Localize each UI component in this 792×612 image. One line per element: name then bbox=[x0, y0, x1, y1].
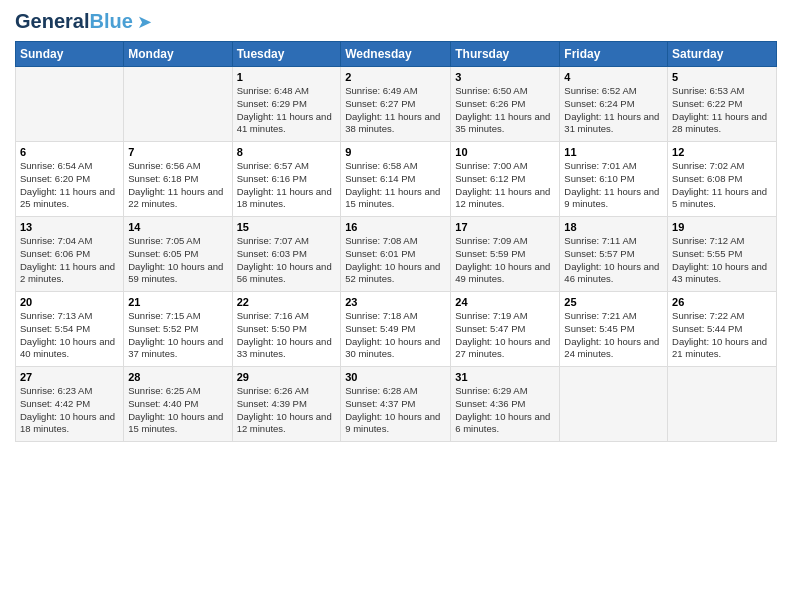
calendar-week-row: 1Sunrise: 6:48 AM Sunset: 6:29 PM Daylig… bbox=[16, 67, 777, 142]
day-number: 4 bbox=[564, 71, 663, 83]
calendar-day-cell: 29Sunrise: 6:26 AM Sunset: 4:39 PM Dayli… bbox=[232, 367, 341, 442]
logo-text: GeneralBlue bbox=[15, 10, 133, 33]
calendar-day-cell: 3Sunrise: 6:50 AM Sunset: 6:26 PM Daylig… bbox=[451, 67, 560, 142]
day-info: Sunrise: 7:22 AM Sunset: 5:44 PM Dayligh… bbox=[672, 310, 772, 361]
calendar-day-cell: 5Sunrise: 6:53 AM Sunset: 6:22 PM Daylig… bbox=[668, 67, 777, 142]
page: GeneralBlue ➤ SundayMondayTuesdayWednesd… bbox=[0, 0, 792, 452]
day-info: Sunrise: 6:54 AM Sunset: 6:20 PM Dayligh… bbox=[20, 160, 119, 211]
day-number: 17 bbox=[455, 221, 555, 233]
day-number: 6 bbox=[20, 146, 119, 158]
day-info: Sunrise: 6:52 AM Sunset: 6:24 PM Dayligh… bbox=[564, 85, 663, 136]
day-info: Sunrise: 6:50 AM Sunset: 6:26 PM Dayligh… bbox=[455, 85, 555, 136]
calendar-day-cell bbox=[124, 67, 232, 142]
day-of-week-header: Saturday bbox=[668, 42, 777, 67]
day-number: 15 bbox=[237, 221, 337, 233]
day-info: Sunrise: 7:16 AM Sunset: 5:50 PM Dayligh… bbox=[237, 310, 337, 361]
calendar-day-cell: 28Sunrise: 6:25 AM Sunset: 4:40 PM Dayli… bbox=[124, 367, 232, 442]
day-info: Sunrise: 6:49 AM Sunset: 6:27 PM Dayligh… bbox=[345, 85, 446, 136]
day-number: 1 bbox=[237, 71, 337, 83]
day-info: Sunrise: 6:53 AM Sunset: 6:22 PM Dayligh… bbox=[672, 85, 772, 136]
day-info: Sunrise: 7:18 AM Sunset: 5:49 PM Dayligh… bbox=[345, 310, 446, 361]
calendar-day-cell: 25Sunrise: 7:21 AM Sunset: 5:45 PM Dayli… bbox=[560, 292, 668, 367]
calendar-day-cell: 23Sunrise: 7:18 AM Sunset: 5:49 PM Dayli… bbox=[341, 292, 451, 367]
day-info: Sunrise: 7:01 AM Sunset: 6:10 PM Dayligh… bbox=[564, 160, 663, 211]
day-info: Sunrise: 7:08 AM Sunset: 6:01 PM Dayligh… bbox=[345, 235, 446, 286]
calendar-day-cell: 17Sunrise: 7:09 AM Sunset: 5:59 PM Dayli… bbox=[451, 217, 560, 292]
day-info: Sunrise: 7:12 AM Sunset: 5:55 PM Dayligh… bbox=[672, 235, 772, 286]
day-number: 21 bbox=[128, 296, 227, 308]
day-info: Sunrise: 7:05 AM Sunset: 6:05 PM Dayligh… bbox=[128, 235, 227, 286]
day-number: 2 bbox=[345, 71, 446, 83]
calendar-day-cell: 27Sunrise: 6:23 AM Sunset: 4:42 PM Dayli… bbox=[16, 367, 124, 442]
calendar-day-cell: 8Sunrise: 6:57 AM Sunset: 6:16 PM Daylig… bbox=[232, 142, 341, 217]
day-number: 19 bbox=[672, 221, 772, 233]
day-info: Sunrise: 7:11 AM Sunset: 5:57 PM Dayligh… bbox=[564, 235, 663, 286]
calendar-week-row: 6Sunrise: 6:54 AM Sunset: 6:20 PM Daylig… bbox=[16, 142, 777, 217]
day-number: 3 bbox=[455, 71, 555, 83]
day-number: 9 bbox=[345, 146, 446, 158]
day-number: 23 bbox=[345, 296, 446, 308]
calendar-day-cell: 7Sunrise: 6:56 AM Sunset: 6:18 PM Daylig… bbox=[124, 142, 232, 217]
day-info: Sunrise: 7:19 AM Sunset: 5:47 PM Dayligh… bbox=[455, 310, 555, 361]
calendar-day-cell bbox=[16, 67, 124, 142]
calendar-header-row: SundayMondayTuesdayWednesdayThursdayFrid… bbox=[16, 42, 777, 67]
day-info: Sunrise: 7:09 AM Sunset: 5:59 PM Dayligh… bbox=[455, 235, 555, 286]
day-info: Sunrise: 6:29 AM Sunset: 4:36 PM Dayligh… bbox=[455, 385, 555, 436]
day-of-week-header: Wednesday bbox=[341, 42, 451, 67]
day-info: Sunrise: 6:57 AM Sunset: 6:16 PM Dayligh… bbox=[237, 160, 337, 211]
day-of-week-header: Friday bbox=[560, 42, 668, 67]
day-of-week-header: Sunday bbox=[16, 42, 124, 67]
calendar-day-cell: 15Sunrise: 7:07 AM Sunset: 6:03 PM Dayli… bbox=[232, 217, 341, 292]
calendar-day-cell: 19Sunrise: 7:12 AM Sunset: 5:55 PM Dayli… bbox=[668, 217, 777, 292]
day-info: Sunrise: 7:21 AM Sunset: 5:45 PM Dayligh… bbox=[564, 310, 663, 361]
day-number: 26 bbox=[672, 296, 772, 308]
day-number: 29 bbox=[237, 371, 337, 383]
day-info: Sunrise: 6:28 AM Sunset: 4:37 PM Dayligh… bbox=[345, 385, 446, 436]
day-info: Sunrise: 7:13 AM Sunset: 5:54 PM Dayligh… bbox=[20, 310, 119, 361]
day-info: Sunrise: 6:23 AM Sunset: 4:42 PM Dayligh… bbox=[20, 385, 119, 436]
calendar-day-cell: 30Sunrise: 6:28 AM Sunset: 4:37 PM Dayli… bbox=[341, 367, 451, 442]
day-number: 16 bbox=[345, 221, 446, 233]
day-info: Sunrise: 6:25 AM Sunset: 4:40 PM Dayligh… bbox=[128, 385, 227, 436]
calendar-day-cell: 11Sunrise: 7:01 AM Sunset: 6:10 PM Dayli… bbox=[560, 142, 668, 217]
day-number: 24 bbox=[455, 296, 555, 308]
calendar-day-cell: 16Sunrise: 7:08 AM Sunset: 6:01 PM Dayli… bbox=[341, 217, 451, 292]
calendar-day-cell: 20Sunrise: 7:13 AM Sunset: 5:54 PM Dayli… bbox=[16, 292, 124, 367]
day-info: Sunrise: 7:15 AM Sunset: 5:52 PM Dayligh… bbox=[128, 310, 227, 361]
calendar-week-row: 20Sunrise: 7:13 AM Sunset: 5:54 PM Dayli… bbox=[16, 292, 777, 367]
calendar-day-cell: 14Sunrise: 7:05 AM Sunset: 6:05 PM Dayli… bbox=[124, 217, 232, 292]
calendar-day-cell: 6Sunrise: 6:54 AM Sunset: 6:20 PM Daylig… bbox=[16, 142, 124, 217]
day-info: Sunrise: 6:56 AM Sunset: 6:18 PM Dayligh… bbox=[128, 160, 227, 211]
calendar-day-cell: 31Sunrise: 6:29 AM Sunset: 4:36 PM Dayli… bbox=[451, 367, 560, 442]
day-info: Sunrise: 7:07 AM Sunset: 6:03 PM Dayligh… bbox=[237, 235, 337, 286]
logo: GeneralBlue ➤ bbox=[15, 10, 152, 33]
day-of-week-header: Tuesday bbox=[232, 42, 341, 67]
day-of-week-header: Monday bbox=[124, 42, 232, 67]
day-number: 28 bbox=[128, 371, 227, 383]
day-info: Sunrise: 7:04 AM Sunset: 6:06 PM Dayligh… bbox=[20, 235, 119, 286]
day-number: 7 bbox=[128, 146, 227, 158]
day-info: Sunrise: 6:26 AM Sunset: 4:39 PM Dayligh… bbox=[237, 385, 337, 436]
calendar-day-cell: 26Sunrise: 7:22 AM Sunset: 5:44 PM Dayli… bbox=[668, 292, 777, 367]
calendar-day-cell: 1Sunrise: 6:48 AM Sunset: 6:29 PM Daylig… bbox=[232, 67, 341, 142]
day-number: 12 bbox=[672, 146, 772, 158]
day-number: 18 bbox=[564, 221, 663, 233]
day-of-week-header: Thursday bbox=[451, 42, 560, 67]
calendar-day-cell: 12Sunrise: 7:02 AM Sunset: 6:08 PM Dayli… bbox=[668, 142, 777, 217]
logo-bird-icon: ➤ bbox=[137, 11, 152, 33]
day-number: 13 bbox=[20, 221, 119, 233]
day-info: Sunrise: 7:02 AM Sunset: 6:08 PM Dayligh… bbox=[672, 160, 772, 211]
calendar-table: SundayMondayTuesdayWednesdayThursdayFrid… bbox=[15, 41, 777, 442]
calendar-week-row: 13Sunrise: 7:04 AM Sunset: 6:06 PM Dayli… bbox=[16, 217, 777, 292]
day-number: 22 bbox=[237, 296, 337, 308]
day-info: Sunrise: 6:58 AM Sunset: 6:14 PM Dayligh… bbox=[345, 160, 446, 211]
day-number: 25 bbox=[564, 296, 663, 308]
calendar-day-cell: 13Sunrise: 7:04 AM Sunset: 6:06 PM Dayli… bbox=[16, 217, 124, 292]
calendar-day-cell: 18Sunrise: 7:11 AM Sunset: 5:57 PM Dayli… bbox=[560, 217, 668, 292]
day-number: 20 bbox=[20, 296, 119, 308]
day-number: 14 bbox=[128, 221, 227, 233]
calendar-day-cell: 24Sunrise: 7:19 AM Sunset: 5:47 PM Dayli… bbox=[451, 292, 560, 367]
calendar-day-cell bbox=[560, 367, 668, 442]
day-number: 11 bbox=[564, 146, 663, 158]
calendar-day-cell: 9Sunrise: 6:58 AM Sunset: 6:14 PM Daylig… bbox=[341, 142, 451, 217]
